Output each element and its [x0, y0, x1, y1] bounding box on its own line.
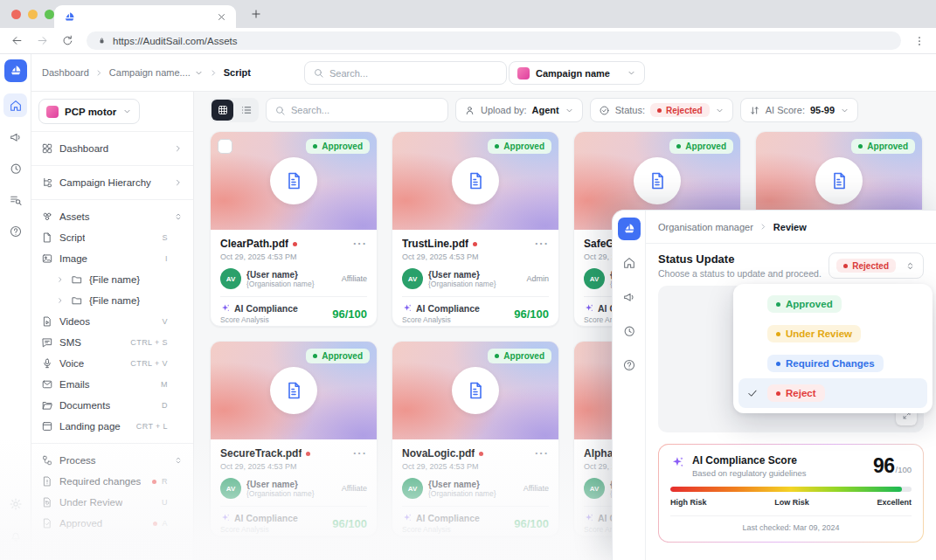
- sidebar-item[interactable]: {File name}: [38, 290, 186, 311]
- status-filter[interactable]: Status: Rejected: [590, 98, 733, 122]
- sidebar-item[interactable]: Documents D: [38, 395, 186, 416]
- new-tab-button[interactable]: [250, 8, 262, 20]
- chevron-down-icon[interactable]: [194, 68, 204, 78]
- sidebar-item[interactable]: Landing page CRT + L: [38, 416, 186, 437]
- app-logo-sail-icon[interactable]: [4, 59, 27, 82]
- card-menu-button[interactable]: ···: [535, 449, 549, 458]
- status-update-header: Status Update Choose a status to update …: [646, 244, 936, 284]
- shortcut-hint: CTRL + V: [130, 359, 168, 368]
- avatar: AV: [402, 268, 423, 289]
- global-search-input[interactable]: [329, 68, 498, 79]
- close-window-button[interactable]: [11, 10, 21, 19]
- sparkle-icon: [584, 303, 594, 314]
- avatar: AV: [402, 478, 423, 499]
- help-icon[interactable]: [3, 219, 27, 243]
- breadcrumb-campaign[interactable]: Campaign name....: [109, 67, 191, 78]
- ai-score-filter[interactable]: AI Score: 95-99: [740, 98, 858, 122]
- history-icon[interactable]: [3, 156, 27, 180]
- maximize-window-button[interactable]: [45, 10, 54, 19]
- status-badge: Approved: [306, 139, 370, 154]
- status-option[interactable]: Approved: [738, 289, 927, 319]
- sidebar-item[interactable]: Emails M: [38, 374, 186, 395]
- sparkle-icon: [402, 303, 413, 314]
- home-icon[interactable]: [617, 251, 641, 274]
- sidebar-item-icon: [41, 315, 53, 328]
- card-checkbox[interactable]: [218, 139, 232, 154]
- asset-search[interactable]: [266, 98, 448, 122]
- sidebar-item[interactable]: {File name}: [38, 269, 186, 290]
- status-option[interactable]: Required Changes: [738, 349, 927, 378]
- card-menu-button[interactable]: ···: [353, 449, 367, 458]
- card-menu-button[interactable]: ···: [535, 239, 549, 248]
- status-update-subtitle: Choose a status to update and proceed.: [658, 268, 822, 279]
- sidebar-item[interactable]: SMS CTRL + S: [38, 332, 186, 353]
- item-accessory-icon: [173, 476, 184, 487]
- compliance-title: AI Compliance Score: [692, 454, 806, 467]
- card-body: ClearPath.pdf ··· Oct 29, 2025 4:53 PM A…: [211, 230, 377, 324]
- asset-card[interactable]: Approved ClearPath.pdf ··· Oct 29, 2025 …: [210, 131, 378, 327]
- settings-gear-icon[interactable]: [3, 492, 27, 515]
- sidebar-item[interactable]: Videos V: [38, 311, 186, 332]
- status-dot-icon: [313, 354, 317, 358]
- sidebar-item[interactable]: Approved A: [38, 513, 186, 534]
- campaign-selector[interactable]: Campaign name: [509, 61, 645, 85]
- workspace-selector[interactable]: PCP motor: [38, 99, 140, 124]
- file-name: NovaLogic.pdf: [402, 447, 475, 460]
- sidebar-group: Dashboard: [31, 131, 193, 165]
- asset-card[interactable]: Approved SecureTrack.pdf ··· Oct 29, 202…: [210, 341, 378, 536]
- list-view-button[interactable]: [235, 100, 257, 121]
- breadcrumb-organisation-manager[interactable]: Organisation manager: [658, 222, 753, 232]
- sidebar-item[interactable]: Dashboard: [38, 138, 186, 159]
- asset-search-input[interactable]: [291, 105, 440, 115]
- sidebar-item[interactable]: Process: [38, 450, 186, 471]
- item-accessory-icon: [173, 518, 184, 529]
- upload-by-filter[interactable]: Upload by: Agent: [455, 98, 583, 122]
- asset-card[interactable]: Approved NovaLogic.pdf ··· Oct 29, 2025 …: [392, 341, 559, 536]
- sidebar-item[interactable]: Assets: [38, 206, 186, 227]
- address-bar[interactable]: https://AuditSail.com/Assets: [87, 31, 901, 50]
- status-select[interactable]: Rejected: [829, 252, 924, 279]
- sidebar-item[interactable]: Image I: [38, 248, 186, 269]
- browser-menu-icon[interactable]: [913, 35, 926, 47]
- reload-icon[interactable]: [61, 34, 74, 47]
- status-option[interactable]: Under Review: [738, 319, 927, 349]
- minimize-window-button[interactable]: [28, 10, 38, 19]
- card-menu-button[interactable]: ···: [353, 239, 367, 248]
- list-search-icon[interactable]: [3, 188, 27, 211]
- forward-icon[interactable]: [36, 34, 49, 47]
- history-icon[interactable]: [617, 319, 641, 342]
- global-search[interactable]: [304, 61, 507, 85]
- breadcrumb-dashboard[interactable]: Dashboard: [42, 67, 89, 78]
- status-option[interactable]: Reject: [738, 378, 927, 408]
- file-name: ClearPath.pdf: [220, 238, 288, 250]
- asset-card[interactable]: Approved TrustLine.pdf ··· Oct 29, 2025 …: [392, 131, 559, 327]
- browser-tab[interactable]: [54, 5, 236, 28]
- app-logo-sail-icon[interactable]: [618, 218, 641, 240]
- sidebar-item[interactable]: Campaign Hierarchy: [38, 172, 186, 193]
- home-icon[interactable]: [3, 93, 27, 117]
- back-icon[interactable]: [10, 34, 24, 47]
- compliance-score: 96/100: [514, 517, 549, 530]
- help-icon[interactable]: [617, 353, 641, 377]
- item-accessory-icon: [173, 358, 184, 369]
- status-option-pill: Approved: [767, 295, 842, 313]
- megaphone-icon[interactable]: [3, 125, 27, 149]
- status-dot-icon: [776, 332, 780, 336]
- sidebar-item[interactable]: Under Review U: [38, 492, 186, 513]
- user-name: {User name}: [428, 480, 496, 489]
- status-filter-value: Rejected: [650, 103, 710, 117]
- status-option-pill: Reject: [767, 384, 825, 402]
- last-checked: Last checked: Mar 09, 2024: [670, 515, 912, 534]
- sidebar-item[interactable]: Voice CTRL + V: [38, 353, 186, 374]
- megaphone-icon[interactable]: [617, 285, 641, 308]
- tab-close-icon[interactable]: [216, 11, 227, 23]
- page-header: Dashboard Campaign name.... Script Campa…: [31, 54, 936, 92]
- item-accessory-icon: [173, 455, 184, 466]
- workspace-color-swatch: [46, 106, 59, 118]
- notifications-bell-icon[interactable]: [3, 523, 27, 547]
- sidebar-item[interactable]: Script S: [38, 227, 186, 248]
- organisation-name: {Organisation name}: [246, 489, 315, 498]
- chevron-down-icon: [122, 107, 132, 116]
- grid-view-button[interactable]: [211, 100, 233, 121]
- sidebar-item[interactable]: Required changes R: [38, 471, 186, 492]
